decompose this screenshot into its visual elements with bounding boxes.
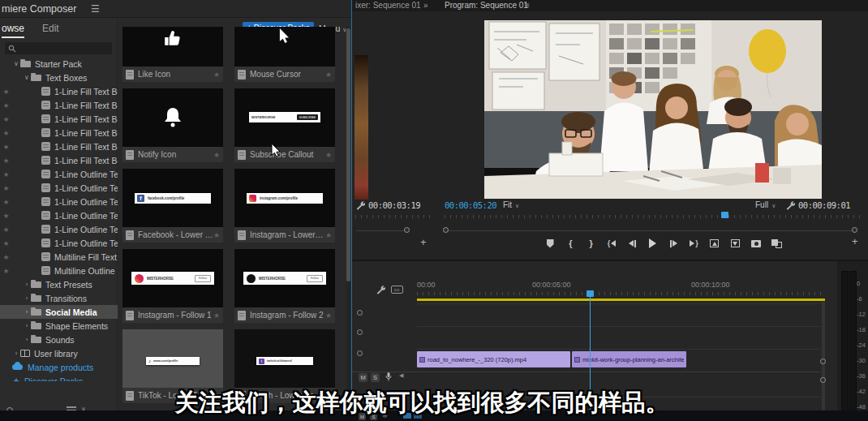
track-target-icon[interactable] [357, 310, 363, 316]
timeline-scroll-knob[interactable] [820, 377, 826, 383]
program-scroll-knob-right[interactable] [852, 227, 857, 233]
wrench-icon[interactable] [785, 200, 795, 210]
sidebar-item-1-line-fill-text-box-3[interactable]: ★1-Line Fill Text Box 3... [0, 153, 118, 167]
preset-thumbnail[interactable]: MISTERHORSEFollow [122, 249, 223, 307]
panel-overflow-icon[interactable]: » [423, 1, 428, 10]
star-icon[interactable]: ★ [0, 212, 12, 220]
sidebar-item-1-line-fill-text-box-2[interactable]: ★1-Line Fill Text Box 2... [0, 112, 118, 126]
chevron-right-icon[interactable]: › [23, 294, 31, 302]
sidebar-item-multiline-outline-te[interactable]: ★Multiline Outline Te... [0, 264, 118, 277]
tab-edit[interactable]: Edit [42, 23, 59, 34]
microphone-icon[interactable] [385, 372, 392, 382]
hamburger-menu-icon[interactable]: ☰ [91, 0, 100, 18]
tab-source-monitor[interactable]: ixer: Sequence 01 [355, 1, 421, 10]
go-to-out-button[interactable]: } [690, 238, 699, 249]
star-icon[interactable]: ★ [213, 151, 220, 159]
sidebar-item-1-line-outline-text[interactable]: ★1-Line Outline Text ... [0, 236, 118, 250]
search-input[interactable] [5, 42, 112, 54]
sidebar-item-shape-elements[interactable]: ›Shape Elements [0, 319, 118, 333]
mute-track-button[interactable]: M [359, 373, 367, 382]
preset-card-instagram-follow-2[interactable]: MISTERHORSEFollowInstagram - Follow 2★ [234, 249, 335, 323]
sidebar-item-text-presets[interactable]: ›Text Presets [0, 277, 118, 291]
step-forward-button[interactable] [668, 238, 678, 249]
chevron-right-icon[interactable]: › [23, 308, 31, 316]
star-icon[interactable]: ★ [325, 71, 332, 79]
timeline-scroll-knob[interactable] [820, 359, 826, 364]
zoom-level-dropdown[interactable]: Fit∨ [503, 200, 519, 209]
sidebar-item-1-line-outline-text[interactable]: ★1-Line Outline Text ... [0, 222, 118, 236]
sidebar-item-1-line-fill-text-box-1[interactable]: ★1-Line Fill Text Box 1... [0, 84, 118, 98]
star-icon[interactable]: ★ [0, 267, 12, 275]
scrollbar-thumb[interactable] [346, 28, 350, 281]
sidebar-item-1-line-fill-text-box-3[interactable]: ★1-Line Fill Text Box 3... [0, 140, 118, 153]
star-icon[interactable]: ★ [0, 157, 12, 165]
export-frame-button[interactable] [751, 238, 761, 249]
star-icon[interactable]: ★ [0, 115, 12, 123]
wrench-icon[interactable] [376, 285, 385, 294]
preset-thumbnail[interactable]: ♪www.com/profile [122, 329, 223, 388]
sidebar-item-1-line-fill-text-box-2[interactable]: ★1-Line Fill Text Box 2... [0, 126, 118, 140]
source-timecode[interactable]: 00:00:03:19 [368, 200, 420, 210]
sidebar-item-1-line-outline-text[interactable]: ★1-Line Outline Text ... [0, 195, 118, 208]
star-icon[interactable]: ★ [0, 239, 12, 247]
sidebar-item-manage-products[interactable]: Manage products [0, 360, 118, 374]
preset-thumbnail[interactable] [122, 27, 223, 67]
lift-button[interactable] [710, 238, 720, 249]
preset-thumbnail[interactable] [234, 27, 335, 67]
solo-track-button[interactable]: S [371, 373, 380, 382]
preset-card-mouse-cursor[interactable]: Mouse Cursor★ [234, 27, 335, 82]
grid-scrollbar[interactable] [346, 27, 350, 421]
work-area-bar[interactable] [417, 299, 825, 301]
program-add-button[interactable]: + [852, 235, 858, 247]
sidebar-item-sounds[interactable]: ›Sounds [0, 333, 118, 346]
comparison-view-button[interactable] [771, 238, 782, 249]
preset-thumbnail[interactable]: MISTERHORSESUBSCRIBE [234, 88, 335, 147]
star-icon[interactable]: ★ [325, 151, 332, 159]
preset-card-like-icon[interactable]: Like Icon★ [122, 27, 223, 82]
mark-out-button[interactable]: } [587, 238, 596, 249]
star-icon[interactable]: ★ [0, 198, 12, 206]
track-target-icon[interactable] [357, 350, 363, 356]
star-icon[interactable]: ★ [0, 129, 12, 137]
chevron-right-icon[interactable]: › [23, 281, 31, 288]
star-icon[interactable]: ★ [0, 101, 12, 110]
sidebar-item-multiline-fill-text-bo[interactable]: ★Multiline Fill Text Bo... [0, 250, 118, 264]
track-target-icon[interactable] [357, 329, 363, 335]
star-icon[interactable]: ★ [0, 88, 12, 96]
star-icon[interactable]: ★ [213, 311, 220, 320]
chevron-right-icon[interactable]: › [12, 350, 20, 357]
sidebar-item-social-media[interactable]: ›Social Media [0, 305, 118, 319]
mark-in-button[interactable]: { [565, 238, 575, 249]
preset-card-instagram-follow-1[interactable]: MISTERHORSEFollowInstagram - Follow 1★ [122, 249, 223, 323]
timeline-clip[interactable]: road_to_nowhere_-_320 (720p).mp4 [417, 351, 570, 367]
tab-browse[interactable]: owse [2, 23, 24, 38]
timeline-ruler[interactable] [417, 292, 821, 295]
play-button[interactable] [648, 238, 658, 249]
preset-thumbnail[interactable]: MISTERHORSEFollow [234, 249, 335, 307]
preset-card-instagram-lower-third[interactable]: instagram.com/profileInstagram - Lower T… [234, 169, 335, 243]
preset-card-facebook-lower-third[interactable]: ffacebook.com/profileFacebook - Lower Th… [122, 169, 223, 243]
program-timeline-ticks[interactable] [445, 215, 860, 218]
source-scroll-knob[interactable] [404, 227, 410, 233]
star-icon[interactable]: ★ [213, 231, 220, 239]
program-scroll-track[interactable] [446, 230, 855, 231]
star-icon[interactable]: ★ [213, 71, 220, 79]
sidebar-item-1-line-fill-text-box-1[interactable]: ★1-Line Fill Text Box 1... [0, 98, 118, 112]
preset-card-notify-icon[interactable]: Notify Icon★ [122, 88, 223, 162]
star-icon[interactable]: ★ [0, 226, 12, 234]
panel-menu-icon[interactable]: ≡ [525, 1, 530, 10]
star-icon[interactable]: ★ [0, 184, 12, 192]
star-icon[interactable]: ★ [0, 170, 12, 178]
timeline-playhead[interactable] [587, 290, 594, 297]
program-out-timecode[interactable]: 00:00:09:01 [798, 200, 850, 210]
go-to-in-button[interactable]: { [607, 238, 617, 249]
chevron-down-icon[interactable]: ∨ [12, 60, 20, 67]
closed-captions-icon[interactable]: cc [391, 286, 403, 294]
star-icon[interactable]: ★ [325, 231, 332, 239]
chevron-right-icon[interactable]: › [23, 336, 31, 343]
sidebar-item-1-line-outline-text[interactable]: ★1-Line Outline Text ... [0, 208, 118, 222]
program-timecode[interactable]: 00:00:05:20 [445, 200, 496, 210]
source-scroll-track[interactable] [356, 230, 406, 231]
sidebar-item-text-boxes[interactable]: ∨Text Boxes [0, 71, 118, 84]
keyframe-nav-icon[interactable]: ◀ [399, 372, 403, 379]
